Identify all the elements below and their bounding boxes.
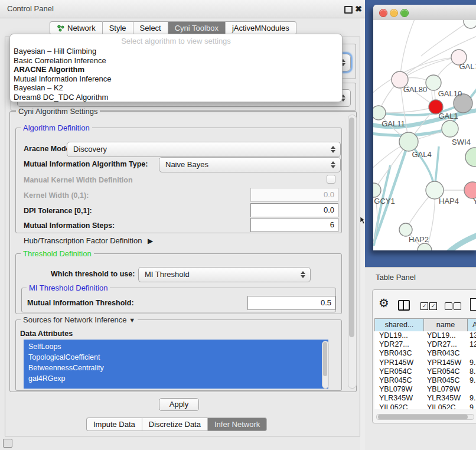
table-row[interactable]: YPR145WYPR145W9.: [374, 358, 476, 367]
network-node[interactable]: [418, 243, 432, 250]
table-row[interactable]: YBR045CYBR045C9.: [374, 376, 476, 385]
table-body: YDL19...YDL19...13YDR27...YDR27...12YBR0…: [374, 331, 476, 409]
table-cell: 13: [467, 331, 476, 340]
table-cell: 9: [467, 403, 476, 410]
attribute-betweennesscentrality[interactable]: BetweennessCentrality: [24, 363, 328, 373]
minimize-traffic-light-icon[interactable]: [390, 9, 398, 17]
mi-steps-field[interactable]: 6: [250, 218, 338, 232]
network-view-window: GAL7GAL80GAL10GAL1GAL11SWI4GAL4GCY1HAP4Y…: [373, 5, 476, 250]
tab-network[interactable]: Network: [50, 21, 103, 35]
zoom-traffic-light-icon[interactable]: [400, 9, 409, 17]
tab-cyni-toolbox-label: Cyni Toolbox: [175, 24, 219, 32]
column-header-name[interactable]: name: [424, 319, 468, 331]
column-layout-icon[interactable]: [398, 300, 410, 311]
apply-button[interactable]: Apply: [159, 398, 199, 411]
network-node[interactable]: [465, 148, 476, 167]
table-row[interactable]: YDR27...YDR27...12: [374, 340, 476, 349]
table-cell: YER054C: [374, 367, 423, 376]
control-panel: Control Panel ✖ NetworkStyleSelectCyni T…: [0, 0, 360, 450]
table-cell: YPR145W: [423, 358, 467, 367]
manual-kernel-label: Manual Kernel Width Definition: [24, 176, 133, 184]
manual-kernel-checkbox[interactable]: [327, 175, 335, 184]
network-node-gal10[interactable]: [426, 75, 441, 90]
algorithm-option-mutual-information-inference[interactable]: Mutual Information Inference: [10, 74, 342, 84]
network-node-label: GAL11: [382, 119, 405, 128]
table-row[interactable]: YLR345WYLR345W9.: [374, 394, 476, 403]
page-icon[interactable]: [470, 298, 476, 311]
screen: Control Panel ✖ NetworkStyleSelectCyni T…: [0, 0, 476, 450]
network-node-gal11[interactable]: [373, 106, 386, 120]
network-node-hap2[interactable]: [399, 223, 412, 236]
deselect-all-icon[interactable]: [445, 302, 452, 310]
collapse-arrow-icon[interactable]: ▼: [129, 317, 135, 324]
column-header-shared[interactable]: shared...: [375, 319, 424, 331]
tab-jactivemnodules[interactable]: jActiveMNodules: [226, 21, 296, 35]
aracne-mode-value: Discovery: [73, 145, 107, 154]
network-node-swi4[interactable]: [442, 120, 458, 137]
algorithm-option-bayesian-k2[interactable]: Bayesian – K2: [10, 83, 342, 93]
select-all-icon[interactable]: ✓: [420, 302, 428, 310]
network-window-titlebar[interactable]: [373, 5, 476, 21]
dock-panel-icon[interactable]: [3, 439, 12, 448]
settings-scrollbar[interactable]: [348, 115, 357, 389]
network-node-label: SWI4: [452, 138, 471, 146]
which-threshold-combobox[interactable]: MI Threshold: [138, 267, 311, 282]
algorithm-option-aracne-algorithm[interactable]: ARACNE Algorithm: [10, 65, 342, 74]
tab-impute-data[interactable]: Impute Data: [86, 418, 142, 431]
algorithm-dropdown-popup: Select algorithm to view settings Bayesi…: [9, 34, 343, 102]
dpi-tolerance-field[interactable]: 0.0: [250, 203, 338, 217]
float-window-icon[interactable]: [344, 6, 353, 14]
attribute-selfloops[interactable]: SelfLoops: [24, 341, 328, 352]
mi-type-combobox[interactable]: Naive Bayes: [159, 157, 341, 172]
table-row[interactable]: YDL19...YDL19...13: [374, 331, 476, 340]
tab-style[interactable]: Style: [103, 21, 133, 35]
attribute-topologicalcoefficient[interactable]: TopologicalCoefficient: [24, 352, 328, 363]
mi-threshold-label: Mutual Information Threshold:: [27, 299, 134, 307]
close-icon[interactable]: ✖: [354, 4, 363, 14]
algorithm-option-dream8-dc-tdc-algorithm[interactable]: Dream8 DC_TDC Algorithm: [10, 93, 342, 102]
table-row[interactable]: YER054CYER054C8.: [374, 367, 476, 376]
table-row[interactable]: YBL079WYBL079W: [374, 385, 476, 394]
table-hscrollbar[interactable]: [376, 414, 474, 420]
algorithm-option-basic-correlation-inference[interactable]: Basic Correlation Inference: [10, 56, 342, 66]
close-traffic-light-icon[interactable]: [379, 9, 387, 17]
table-cell: 12: [467, 340, 476, 349]
tab-select-label: Select: [140, 24, 161, 32]
tab-discretize-data[interactable]: Discretize Data: [142, 418, 208, 431]
attributes-scrollbar[interactable]: [322, 341, 329, 389]
aracne-mode-combobox[interactable]: Discovery: [67, 142, 341, 157]
table-hscrollbar-thumb[interactable]: [378, 415, 468, 419]
algorithm-option-bayesian-hill-climbing[interactable]: Bayesian – Hill Climbing: [10, 47, 342, 56]
table-row[interactable]: YIL052CYIL052C9: [374, 403, 476, 410]
network-canvas[interactable]: GAL7GAL80GAL10GAL1GAL11SWI4GAL4GCY1HAP4Y…: [373, 20, 476, 250]
settings-scrollbar-thumb[interactable]: [349, 118, 354, 337]
kernel-width-label: Kernel Width (0,1):: [24, 191, 89, 200]
mi-steps-label: Mutual Information Steps:: [24, 221, 115, 230]
table-cell: 9.: [467, 394, 476, 403]
network-node-label: HAP2: [409, 235, 429, 244]
network-node-gcy1[interactable]: [373, 183, 381, 197]
data-attributes-list[interactable]: SelfLoopsTopologicalCoefficientBetweenne…: [24, 340, 328, 389]
which-threshold-value: MI Threshold: [145, 270, 190, 279]
tab-select[interactable]: Select: [133, 21, 168, 35]
gear-icon[interactable]: ⚙: [379, 297, 389, 309]
attributes-scrollbar-thumb[interactable]: [323, 342, 327, 376]
kernel-width-field[interactable]: 0.0: [250, 188, 338, 202]
tab-cyni-toolbox[interactable]: Cyni Toolbox: [168, 21, 226, 35]
network-node[interactable]: [464, 20, 476, 28]
sources-title: Sources for Network Inference: [23, 315, 127, 324]
select-all-icon[interactable]: ✓: [429, 302, 437, 310]
column-header-a[interactable]: A: [468, 319, 476, 331]
attribute-gal4rgexp[interactable]: gal4RGexp: [24, 373, 328, 384]
network-node-y[interactable]: [464, 182, 476, 198]
hub-section-toggle[interactable]: Hub/Transcription Factor Definition ▶: [24, 236, 153, 245]
table-row[interactable]: YBR043CYBR043C: [374, 349, 476, 358]
combo-arrows-icon: [331, 161, 335, 168]
tab-infer-network[interactable]: Infer Network: [208, 418, 267, 431]
table-panel-window: ⚙ ✓ ✓ shared...nameA YDL19...YDL19...13Y…: [372, 289, 476, 423]
expand-arrow-icon: ▶: [148, 237, 153, 245]
deselect-all-icon[interactable]: [454, 302, 461, 310]
group-title: Threshold Definition: [21, 249, 94, 258]
network-node-gal4[interactable]: [399, 132, 418, 151]
mi-threshold-field[interactable]: 0.5: [247, 296, 335, 310]
